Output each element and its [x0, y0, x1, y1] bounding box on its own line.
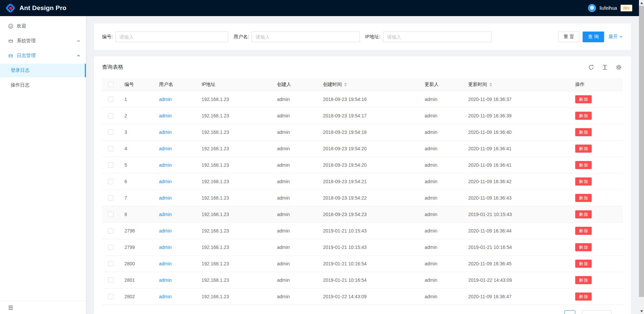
- sidebar-menu: 欢迎 系统管理 日志管理 登录日志: [0, 16, 86, 301]
- username-link[interactable]: admin: [159, 245, 172, 250]
- username-link[interactable]: admin: [159, 129, 172, 135]
- row-checkbox[interactable]: [108, 113, 113, 118]
- chevron-down-icon: [619, 35, 623, 39]
- cell-creator: admin: [272, 195, 318, 201]
- username-link[interactable]: admin: [159, 228, 172, 233]
- delete-button[interactable]: 删 除: [575, 293, 592, 301]
- pagination: 1: [94, 310, 631, 314]
- row-checkbox[interactable]: [108, 146, 113, 151]
- data-table: 编号 用户名 IP地址 创建人 创建时间 更新人 更新时间 操作: [94, 78, 631, 305]
- sidebar-item-system-management[interactable]: 系统管理: [0, 34, 86, 48]
- row-checkbox[interactable]: [108, 261, 113, 266]
- username-link[interactable]: admin: [159, 277, 172, 283]
- column-height-icon[interactable]: [602, 64, 608, 70]
- cell-updater: admin: [419, 129, 463, 135]
- col-header-updated-at[interactable]: 更新时间: [463, 82, 570, 88]
- expand-link[interactable]: 展开: [608, 34, 623, 40]
- table-row: 1 admin 192.168.1.23 admin 2018-09-23 19…: [102, 91, 623, 108]
- id-input[interactable]: [115, 32, 228, 42]
- sidebar-item-label: 日志管理: [17, 53, 36, 59]
- row-checkbox[interactable]: [108, 277, 113, 283]
- field-username: 用户名:: [233, 32, 360, 42]
- user-menu[interactable]: liufeihua dev: [588, 4, 632, 12]
- row-checkbox[interactable]: [108, 179, 113, 184]
- scrollbar-thumb[interactable]: [639, 6, 644, 297]
- delete-button[interactable]: 删 除: [575, 194, 592, 202]
- delete-button[interactable]: 删 除: [575, 161, 592, 169]
- scrollbar-down-arrow-icon[interactable]: [639, 308, 644, 314]
- cell-updated-at: 2019-01-21 10:16:54: [463, 245, 570, 250]
- select-all-checkbox[interactable]: [108, 82, 113, 87]
- cell-creator: admin: [272, 162, 318, 168]
- delete-button[interactable]: 删 除: [575, 128, 592, 136]
- delete-button[interactable]: 删 除: [575, 227, 592, 235]
- username-link[interactable]: admin: [159, 212, 172, 217]
- cell-created-at: 2019-01-21 10:16:54: [318, 277, 419, 283]
- delete-button[interactable]: 删 除: [575, 112, 592, 120]
- delete-button[interactable]: 删 除: [575, 210, 592, 218]
- cell-id: 4: [119, 146, 154, 151]
- col-header-updater: 更新人: [419, 82, 463, 88]
- row-checkbox[interactable]: [108, 162, 113, 168]
- username-link[interactable]: admin: [159, 294, 172, 299]
- username-link[interactable]: admin: [159, 261, 172, 266]
- username-link[interactable]: admin: [159, 162, 172, 168]
- delete-button[interactable]: 删 除: [575, 95, 592, 103]
- delete-button[interactable]: 删 除: [575, 243, 592, 251]
- row-checkbox[interactable]: [108, 195, 113, 201]
- menu-fold-icon[interactable]: [8, 305, 13, 310]
- setting-icon[interactable]: [616, 64, 622, 70]
- delete-button[interactable]: 删 除: [575, 260, 592, 268]
- row-checkbox[interactable]: [108, 129, 113, 135]
- username-link[interactable]: admin: [159, 113, 172, 118]
- main-content: 编号: 用户名: IP地址: 重 置 查 询 展开: [86, 16, 639, 314]
- reload-icon[interactable]: [588, 64, 594, 70]
- app-title: Ant Design Pro: [19, 4, 66, 12]
- username-link[interactable]: admin: [159, 195, 172, 201]
- page-size-select[interactable]: [582, 310, 611, 314]
- username-input[interactable]: [252, 32, 360, 42]
- username-link[interactable]: admin: [159, 179, 172, 184]
- cell-created-at: 2018-09-23 19:54:20: [318, 162, 419, 168]
- col-header-created-at[interactable]: 创建时间: [318, 82, 419, 88]
- delete-button[interactable]: 删 除: [575, 145, 592, 153]
- expand-label: 展开: [608, 34, 618, 40]
- reset-button[interactable]: 重 置: [558, 32, 580, 42]
- sidebar-item-operation-log[interactable]: 操作日志: [0, 78, 86, 92]
- page-1-button[interactable]: 1: [565, 310, 575, 314]
- cell-updater: admin: [419, 97, 463, 102]
- cell-id: 2802: [119, 294, 154, 299]
- cell-updated-at: 2020-11-09 16:36:37: [463, 97, 570, 102]
- cell-creator: admin: [272, 146, 318, 151]
- delete-button[interactable]: 删 除: [575, 276, 592, 284]
- row-checkbox[interactable]: [108, 212, 113, 217]
- sidebar-item-login-log[interactable]: 登录日志: [0, 64, 86, 77]
- cell-id: 2800: [119, 261, 154, 266]
- table-row: 2799 admin 192.168.1.23 admin 2019-01-21…: [102, 239, 623, 256]
- cell-ip: 192.168.1.23: [196, 129, 272, 135]
- sidebar-item-log-management[interactable]: 日志管理: [0, 49, 86, 62]
- user-avatar[interactable]: [588, 4, 596, 12]
- search-actions: 重 置 查 询 展开: [497, 32, 623, 42]
- ip-input[interactable]: [383, 32, 491, 42]
- cell-id: 6: [119, 179, 154, 184]
- delete-button[interactable]: 删 除: [575, 177, 592, 186]
- username-link[interactable]: admin: [159, 146, 172, 151]
- vertical-scrollbar[interactable]: [639, 0, 644, 314]
- app-root: Ant Design Pro liufeihua dev 欢迎: [0, 0, 644, 314]
- scrollbar-up-arrow-icon[interactable]: [639, 0, 644, 6]
- cell-created-at: 2018-09-23 19:54:21: [318, 179, 419, 184]
- row-checkbox[interactable]: [108, 294, 113, 299]
- cell-id: 2798: [119, 228, 154, 233]
- row-checkbox[interactable]: [108, 97, 113, 102]
- row-checkbox[interactable]: [108, 228, 113, 233]
- username-link[interactable]: admin: [159, 97, 172, 102]
- table-row: 5 admin 192.168.1.23 admin 2018-09-23 19…: [102, 157, 623, 173]
- cell-created-at: 2019-01-21 10:15:43: [318, 228, 419, 233]
- row-checkbox[interactable]: [108, 245, 113, 250]
- cell-id: 2: [119, 113, 154, 118]
- sidebar-item-welcome[interactable]: 欢迎: [0, 19, 86, 33]
- query-button[interactable]: 查 询: [583, 32, 604, 42]
- cell-updater: admin: [419, 261, 463, 266]
- cell-updated-at: 2020-11-09 16:36:43: [463, 195, 570, 201]
